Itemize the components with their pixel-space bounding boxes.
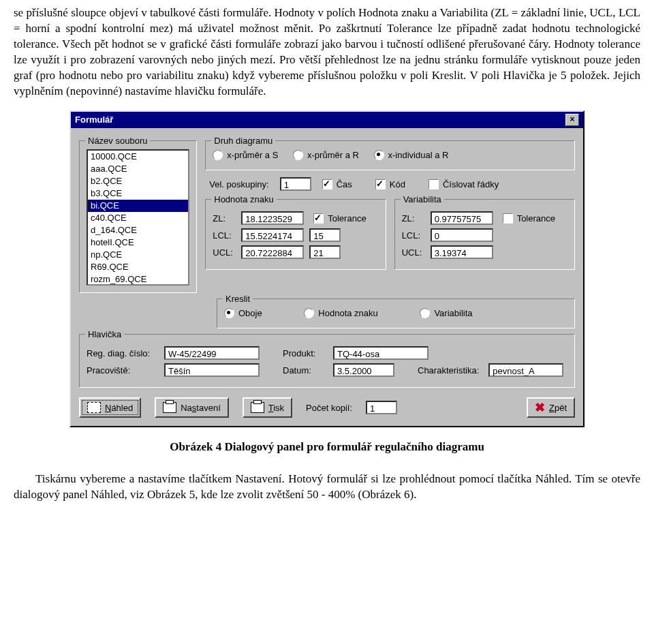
- checkbox-cislovat[interactable]: Číslovat řádky: [429, 179, 499, 191]
- checkbox-hz-tolerance[interactable]: Tolerance: [313, 213, 366, 225]
- printer-icon: [163, 402, 176, 413]
- input-charakteristika[interactable]: pevnost_A: [488, 363, 563, 377]
- label-pracoviste: Pracoviště:: [87, 365, 155, 377]
- radio-label: x-průměr a S: [227, 149, 278, 162]
- radio-xindividual-r[interactable]: x-individual a R: [374, 149, 449, 162]
- list-item[interactable]: 10000.QCE: [88, 151, 188, 163]
- check-label: Čas: [337, 179, 352, 191]
- label-var-zl: ZL:: [402, 213, 425, 225]
- input-hz-lcl-tol[interactable]: 15: [309, 228, 341, 242]
- radio-xprumer-s[interactable]: x-průměr a S: [213, 149, 278, 162]
- input-produkt[interactable]: TQ-44-osa: [333, 346, 429, 360]
- input-hz-ucl-tol[interactable]: 21: [309, 245, 341, 259]
- radio-variabilita[interactable]: Variabilita: [420, 307, 472, 320]
- radio-label: x-průměr a R: [307, 149, 359, 162]
- label-var-lcl: LCL:: [402, 230, 425, 242]
- group-hlavicka: Hlavička Reg. diag. číslo: W-45/22499 Pr…: [79, 334, 575, 388]
- paragraph-1: se příslušné sloupce objeví v tabulkové …: [14, 5, 640, 99]
- nastaveni-button[interactable]: Nastavení: [155, 397, 229, 418]
- label-hz-lcl: LCL:: [213, 230, 236, 242]
- label-datum: Datum:: [283, 365, 324, 377]
- label-pocet-kopii: Počet kopií:: [306, 402, 352, 414]
- legend-kreslit: Kreslit: [223, 293, 253, 305]
- input-hz-lcl[interactable]: 15.5224174: [241, 228, 304, 242]
- btn-label: Tisk: [268, 402, 284, 414]
- list-item[interactable]: b3.QCE: [88, 187, 188, 200]
- list-item[interactable]: np.QCE: [88, 249, 188, 261]
- input-datum[interactable]: 3.5.2000: [333, 363, 394, 377]
- list-item[interactable]: d_164.QCE: [88, 224, 188, 236]
- group-druh-diagramu: Druh diagramu x-průměr a S x-průměr a R …: [205, 140, 575, 171]
- preview-icon: [87, 402, 101, 413]
- tisk-button[interactable]: Tisk: [243, 397, 292, 418]
- check-label: Tolerance: [517, 213, 555, 225]
- radio-label: Oboje: [238, 307, 262, 320]
- check-label: Číslovat řádky: [443, 179, 499, 191]
- btn-label: Náhled: [105, 402, 133, 414]
- list-item[interactable]: b2.QCE: [88, 175, 188, 187]
- radio-xprumer-r[interactable]: x-průměr a R: [293, 149, 359, 162]
- btn-label: Zpět: [549, 402, 567, 414]
- file-listbox[interactable]: 10000.QCE aaa.QCE b2.QCE b3.QCE bi.QCE c…: [87, 149, 189, 286]
- radio-oboje[interactable]: Oboje: [224, 307, 262, 320]
- input-var-zl[interactable]: 0.97757575: [431, 211, 493, 225]
- radio-label: x-individual a R: [388, 149, 449, 162]
- form-dialog: Formulář × Název souboru 10000.QCE aaa.Q…: [69, 110, 585, 428]
- dialog-title: Formulář: [75, 114, 113, 126]
- paragraph-2: Tiskárnu vybereme a nastavíme tlačítkem …: [14, 472, 640, 503]
- legend-druh: Druh diagramu: [211, 135, 275, 147]
- radio-hodnota-znaku[interactable]: Hodnota znaku: [304, 307, 377, 320]
- group-variabilita: Variabilita ZL: 0.97757575 Tolerance LCL…: [394, 199, 575, 270]
- list-item[interactable]: c40.QCE: [88, 212, 188, 224]
- check-label: Kód: [390, 179, 405, 191]
- input-pocet-kopii[interactable]: 1: [366, 401, 397, 414]
- list-item[interactable]: R69.QCE: [88, 261, 188, 273]
- label-hz-ucl: UCL:: [213, 247, 236, 259]
- input-hz-ucl[interactable]: 20.7222884: [241, 245, 304, 259]
- label-reg: Reg. diag. číslo:: [87, 348, 155, 360]
- figure-caption: Obrázek 4 Dialogový panel pro formulář r…: [14, 440, 640, 455]
- label-var-ucl: UCL:: [402, 247, 425, 259]
- input-hz-zl[interactable]: 18.1223529: [241, 211, 304, 225]
- label-produkt: Produkt:: [283, 348, 324, 360]
- close-icon: ✖: [535, 403, 545, 412]
- btn-label: Nastavení: [181, 402, 221, 414]
- list-item-selected[interactable]: bi.QCE: [88, 200, 188, 212]
- nahled-button[interactable]: Náhled: [79, 397, 141, 418]
- legend-nazev-souboru: Název souboru: [85, 135, 150, 147]
- label-charakteristika: Charakteristika:: [418, 365, 479, 377]
- radio-label: Hodnota znaku: [318, 307, 377, 320]
- legend-var: Variabilita: [401, 194, 444, 206]
- input-reg[interactable]: W-45/22499: [164, 346, 260, 360]
- checkbox-var-tolerance[interactable]: Tolerance: [503, 213, 555, 225]
- input-pracoviste[interactable]: Těšín: [164, 363, 260, 377]
- group-kreslit: Kreslit Oboje Hodnota znaku Variabilita: [217, 298, 575, 329]
- input-var-lcl[interactable]: 0: [431, 228, 493, 242]
- legend-hz: Hodnota znaku: [211, 194, 276, 206]
- group-hodnota-znaku: Hodnota znaku ZL: 18.1223529 Tolerance L…: [205, 199, 386, 270]
- radio-label: Variabilita: [434, 307, 472, 320]
- titlebar: Formulář ×: [71, 112, 583, 128]
- label-hz-zl: ZL:: [213, 213, 236, 225]
- close-icon[interactable]: ×: [565, 114, 579, 126]
- legend-hlavicka: Hlavička: [85, 328, 124, 341]
- input-var-ucl[interactable]: 3.19374: [431, 245, 493, 259]
- check-label: Tolerance: [328, 213, 366, 225]
- list-item[interactable]: aaa.QCE: [88, 163, 188, 175]
- group-nazev-souboru: Název souboru 10000.QCE aaa.QCE b2.QCE b…: [79, 140, 197, 293]
- input-vel-poskupiny[interactable]: 1: [280, 177, 311, 191]
- zpet-button[interactable]: ✖ Zpět: [527, 397, 575, 418]
- label-vel-poskupiny: Vel. poskupiny:: [209, 179, 268, 191]
- printer-icon: [251, 402, 264, 413]
- list-item[interactable]: hotelI.QCE: [88, 236, 188, 249]
- checkbox-kod[interactable]: Kód: [375, 179, 405, 191]
- checkbox-cas[interactable]: Čas: [322, 179, 352, 191]
- list-item[interactable]: rozm_69.QCE: [88, 273, 188, 286]
